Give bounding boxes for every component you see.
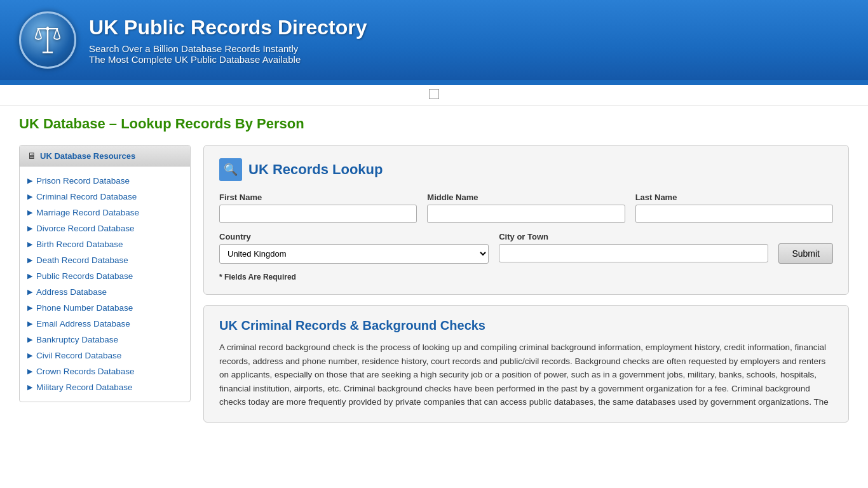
- lookup-title: UK Records Lookup: [248, 161, 383, 178]
- last-name-group: Last Name: [635, 193, 833, 223]
- arrow-icon: ▶: [27, 383, 32, 391]
- location-fields-row: Country United KingdomEnglandScotlandWal…: [219, 232, 833, 264]
- lookup-icon: 🔍: [219, 158, 242, 181]
- sidebar-link[interactable]: Military Record Database: [36, 383, 133, 392]
- sidebar-list-item: ▶Divorce Record Database: [25, 220, 185, 236]
- sidebar-list-item: ▶Civil Record Database: [25, 348, 185, 363]
- sidebar-list-item: ▶Phone Number Database: [25, 300, 185, 316]
- sidebar: 🖥 UK Database Resources ▶Prison Record D…: [19, 145, 191, 402]
- arrow-icon: ▶: [27, 240, 32, 248]
- header-bottom-bar: [0, 80, 868, 85]
- sidebar-link[interactable]: Birth Record Database: [36, 240, 123, 249]
- sidebar-link[interactable]: Email Address Database: [36, 319, 130, 329]
- banner-image: [429, 89, 439, 99]
- info-text: A criminal record background check is th…: [219, 341, 833, 409]
- sidebar-link[interactable]: Criminal Record Database: [36, 192, 137, 201]
- page-title-bar: UK Database – Lookup Records By Person: [0, 105, 868, 139]
- country-label: Country: [219, 232, 489, 241]
- sidebar-list-item: ▶Criminal Record Database: [25, 189, 185, 205]
- city-group: City or Town: [499, 232, 768, 264]
- svg-line-3: [38, 29, 41, 38]
- arrow-icon: ▶: [27, 272, 32, 280]
- info-title: UK Criminal Records & Background Checks: [219, 318, 833, 333]
- name-fields-row: First Name Middle Name Last Name: [219, 193, 833, 223]
- submit-group: Submit: [778, 232, 833, 264]
- arrow-icon: ▶: [27, 256, 32, 264]
- country-group: Country United KingdomEnglandScotlandWal…: [219, 232, 489, 264]
- city-input[interactable]: [499, 244, 768, 262]
- site-title: UK Public Records Directory: [89, 16, 367, 39]
- sidebar-link[interactable]: Divorce Record Database: [36, 224, 135, 233]
- arrow-icon: ▶: [27, 336, 32, 344]
- last-name-label: Last Name: [635, 193, 833, 202]
- svg-point-7: [46, 27, 50, 30]
- sidebar-nav-list: ▶Prison Record Database▶Criminal Record …: [20, 166, 190, 402]
- sidebar-list-item: ▶Birth Record Database: [25, 236, 185, 252]
- sidebar-link[interactable]: Bankruptcy Database: [36, 335, 118, 344]
- arrow-icon: ▶: [27, 193, 32, 201]
- sidebar-link[interactable]: Prison Record Database: [36, 176, 130, 186]
- svg-line-2: [36, 29, 39, 38]
- sidebar-list-item: ▶Address Database: [25, 284, 185, 300]
- header-subtitle1: Search Over a Billion Database Records I…: [89, 43, 367, 54]
- arrow-icon: ▶: [27, 288, 32, 296]
- middle-name-input[interactable]: [427, 205, 625, 223]
- sidebar-title: UK Database Resources: [40, 151, 135, 161]
- sidebar-list-item: ▶Death Record Database: [25, 252, 185, 268]
- right-panel: 🔍 UK Records Lookup First Name Middle Na…: [203, 145, 849, 423]
- sidebar-link[interactable]: Death Record Database: [36, 255, 128, 265]
- first-name-label: First Name: [219, 193, 417, 202]
- sidebar-list-item: ▶Crown Records Database: [25, 363, 185, 379]
- banner-area: [0, 85, 868, 105]
- country-select[interactable]: United KingdomEnglandScotlandWalesNorthe…: [219, 244, 489, 264]
- first-name-group: First Name: [219, 193, 417, 223]
- sidebar-header: 🖥 UK Database Resources: [20, 146, 190, 166]
- site-logo: [19, 11, 76, 69]
- middle-name-label: Middle Name: [427, 193, 625, 202]
- sidebar-list-item: ▶Prison Record Database: [25, 173, 185, 189]
- middle-name-group: Middle Name: [427, 193, 625, 223]
- arrow-icon: ▶: [27, 320, 32, 328]
- svg-line-5: [57, 29, 60, 38]
- sidebar-link[interactable]: Address Database: [36, 287, 107, 297]
- sidebar-link[interactable]: Public Records Database: [36, 271, 133, 281]
- page-header: UK Public Records Directory Search Over …: [0, 0, 868, 80]
- arrow-icon: ▶: [27, 367, 32, 376]
- svg-line-4: [54, 29, 57, 38]
- first-name-input[interactable]: [219, 205, 417, 223]
- arrow-icon: ▶: [27, 177, 32, 185]
- sidebar-list-item: ▶Military Record Database: [25, 379, 185, 395]
- sidebar-list-item: ▶Marriage Record Database: [25, 205, 185, 220]
- sidebar-link[interactable]: Phone Number Database: [36, 303, 133, 313]
- header-text-block: UK Public Records Directory Search Over …: [89, 16, 367, 65]
- required-note: * Fields Are Required: [219, 273, 833, 281]
- arrow-icon: ▶: [27, 304, 32, 312]
- sidebar-link[interactable]: Civil Record Database: [36, 351, 121, 360]
- arrow-icon: ▶: [27, 208, 32, 217]
- last-name-input[interactable]: [635, 205, 833, 223]
- header-subtitle2: The Most Complete UK Public Database Ava…: [89, 54, 367, 65]
- sidebar-list-item: ▶Email Address Database: [25, 316, 185, 332]
- city-label: City or Town: [499, 232, 768, 241]
- arrow-icon: ▶: [27, 351, 32, 360]
- page-title: UK Database – Lookup Records By Person: [19, 116, 849, 132]
- main-content: 🖥 UK Database Resources ▶Prison Record D…: [0, 139, 868, 442]
- lookup-header: 🔍 UK Records Lookup: [219, 158, 833, 181]
- lookup-box: 🔍 UK Records Lookup First Name Middle Na…: [203, 145, 849, 295]
- sidebar-link[interactable]: Crown Records Database: [36, 367, 135, 376]
- info-box: UK Criminal Records & Background Checks …: [203, 305, 849, 423]
- database-icon: 🖥: [27, 151, 36, 161]
- sidebar-list-item: ▶Bankruptcy Database: [25, 332, 185, 348]
- arrow-icon: ▶: [27, 224, 32, 233]
- scales-icon: [31, 24, 64, 57]
- sidebar-link[interactable]: Marriage Record Database: [36, 208, 139, 217]
- sidebar-list-item: ▶Public Records Database: [25, 268, 185, 284]
- submit-button[interactable]: Submit: [778, 243, 833, 264]
